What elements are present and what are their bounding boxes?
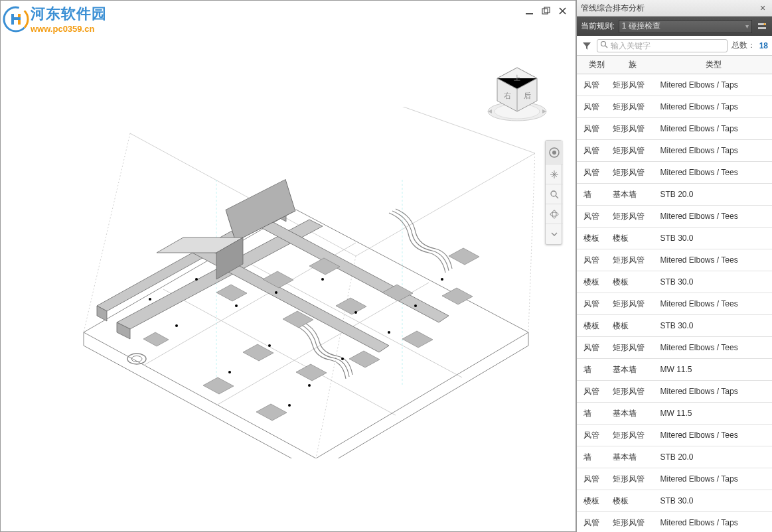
table-row[interactable]: 墙基本墙STB 20.0 (577, 184, 773, 206)
table-row[interactable]: 墙基本墙STB 20.0 (577, 446, 773, 468)
cell-family: 矩形风管 (610, 430, 655, 441)
cell-category: 风管 (577, 211, 610, 222)
svg-point-20 (441, 278, 443, 281)
watermark: 河东软件园 www.pc0359.cn (3, 4, 107, 34)
table-body[interactable]: 风管矩形风管Mitered Elbows / Taps风管矩形风管Mitered… (577, 74, 773, 532)
table-row[interactable]: 风管矩形风管Mitered Elbows / Taps (577, 512, 773, 532)
table-row[interactable]: 风管矩形风管Mitered Elbows / Tees (577, 425, 773, 446)
panel-title: 管线综合排布分析 (581, 3, 758, 14)
cell-category: 风管 (577, 299, 610, 310)
cell-category: 风管 (577, 342, 610, 354)
table-row[interactable]: 楼板楼板STB 30.0 (577, 271, 773, 293)
rule-selected-value: 1 碰撞检查 (622, 21, 660, 32)
nav-zoom-button[interactable] (546, 184, 563, 204)
svg-rect-34 (758, 27, 766, 29)
cell-category: 风管 (577, 123, 610, 135)
table-row[interactable]: 墙基本墙MW 11.5 (577, 359, 773, 381)
total-value: 18 (759, 41, 768, 50)
restore-button[interactable] (541, 6, 551, 16)
rule-select[interactable]: 1 碰撞检查 ▾ (619, 20, 752, 33)
cell-category: 风管 (577, 255, 610, 266)
svg-point-21 (149, 298, 151, 300)
cell-type: Mitered Elbows / Taps (655, 124, 773, 133)
minimize-button[interactable] (524, 6, 534, 16)
cell-category: 风管 (577, 430, 610, 441)
table-row[interactable]: 墙基本墙MW 11.5 (577, 403, 773, 425)
table-row[interactable]: 风管矩形风管Mitered Elbows / Taps (577, 140, 773, 162)
table-row[interactable]: 风管矩形风管Mitered Elbows / Tees (577, 293, 773, 315)
cell-type: Mitered Elbows / Tees (655, 299, 773, 308)
nav-orbit-button[interactable] (546, 204, 563, 224)
cell-family: 矩形风管 (610, 386, 655, 397)
nav-pan-button[interactable] (546, 165, 563, 184)
total-label: 总数： (732, 40, 755, 51)
search-input[interactable] (611, 41, 724, 50)
cell-category: 风管 (577, 101, 610, 113)
site-logo-icon (3, 6, 29, 33)
close-button[interactable] (558, 6, 568, 16)
analysis-panel: 管线综合排布分析 × 当前规则: 1 碰撞检查 ▾ 总数： 18 类别 族 类型… (576, 0, 773, 532)
cell-family: 矩形风管 (610, 145, 655, 157)
search-bar: 总数： 18 (577, 36, 773, 56)
table-row[interactable]: 风管矩形风管Mitered Elbows / Tees (577, 337, 773, 359)
table-row[interactable]: 风管矩形风管Mitered Elbows / Taps (577, 468, 773, 490)
cell-category: 风管 (577, 474, 610, 485)
svg-point-29 (552, 151, 556, 155)
column-type[interactable]: 类型 (655, 59, 773, 70)
search-input-wrap (597, 39, 728, 52)
rule-settings-button[interactable] (756, 21, 768, 33)
cell-category: 楼板 (577, 496, 610, 507)
cell-family: 楼板 (610, 277, 655, 288)
cell-family: 楼板 (610, 233, 655, 244)
cell-family: 楼板 (610, 320, 655, 332)
cell-family: 矩形风管 (610, 474, 655, 485)
site-url: www.pc0359.cn (31, 24, 107, 34)
svg-point-15 (268, 344, 271, 347)
svg-rect-5 (526, 13, 533, 15)
site-title: 河东软件园 (31, 4, 107, 24)
svg-point-9 (195, 278, 198, 281)
svg-point-30 (551, 191, 556, 196)
table-row[interactable]: 风管矩形风管Mitered Elbows / Taps (577, 118, 773, 140)
table-row[interactable]: 风管矩形风管Mitered Elbows / Taps (577, 96, 773, 118)
cell-category: 风管 (577, 517, 610, 529)
cell-category: 墙 (577, 189, 610, 200)
table-row[interactable]: 风管矩形风管Mitered Elbows / Tees (577, 249, 773, 271)
nav-steering-wheel-button[interactable] (546, 141, 563, 165)
cell-type: MW 11.5 (655, 365, 773, 374)
panel-close-button[interactable]: × (757, 3, 768, 13)
table-row[interactable]: 楼板楼板STB 30.0 (577, 315, 773, 337)
table-row[interactable]: 风管矩形风管Mitered Elbows / Taps (577, 381, 773, 403)
cell-type: MW 11.5 (655, 409, 773, 418)
svg-rect-6 (542, 9, 548, 14)
cell-family: 矩形风管 (610, 167, 655, 178)
svg-point-12 (321, 278, 324, 281)
cell-type: Mitered Elbows / Taps (655, 146, 773, 155)
cell-type: STB 30.0 (655, 277, 773, 287)
chevron-down-icon: ▾ (745, 23, 749, 30)
panel-header: 管线综合排布分析 × (577, 0, 773, 17)
cell-type: Mitered Elbows / Tees (655, 431, 773, 440)
viewcube[interactable]: 上 右 后 (483, 64, 552, 123)
cell-category: 墙 (577, 452, 610, 463)
table-row[interactable]: 楼板楼板STB 30.0 (577, 490, 773, 512)
cell-family: 楼板 (610, 496, 655, 507)
rule-label: 当前规则: (581, 21, 615, 32)
table-row[interactable]: 楼板楼板STB 30.0 (577, 228, 773, 249)
3d-model[interactable] (44, 107, 535, 458)
filter-button[interactable] (581, 40, 593, 52)
3d-viewport[interactable]: 河东软件园 www.pc0359.cn (0, 0, 576, 532)
cell-type: Mitered Elbows / Tees (655, 212, 773, 221)
svg-point-24 (127, 354, 146, 364)
column-family[interactable]: 族 (610, 59, 655, 70)
cell-family: 矩形风管 (610, 123, 655, 135)
svg-rect-7 (544, 7, 550, 13)
column-category[interactable]: 类别 (577, 59, 610, 70)
svg-point-36 (601, 42, 605, 46)
table-row[interactable]: 风管矩形风管Mitered Elbows / Tees (577, 206, 773, 228)
table-row[interactable]: 风管矩形风管Mitered Elbows / Taps (577, 74, 773, 96)
nav-chevron-down-icon[interactable] (546, 224, 563, 244)
cell-type: Mitered Elbows / Tees (655, 343, 773, 352)
window-controls (524, 6, 568, 16)
table-row[interactable]: 风管矩形风管Mitered Elbows / Tees (577, 162, 773, 184)
